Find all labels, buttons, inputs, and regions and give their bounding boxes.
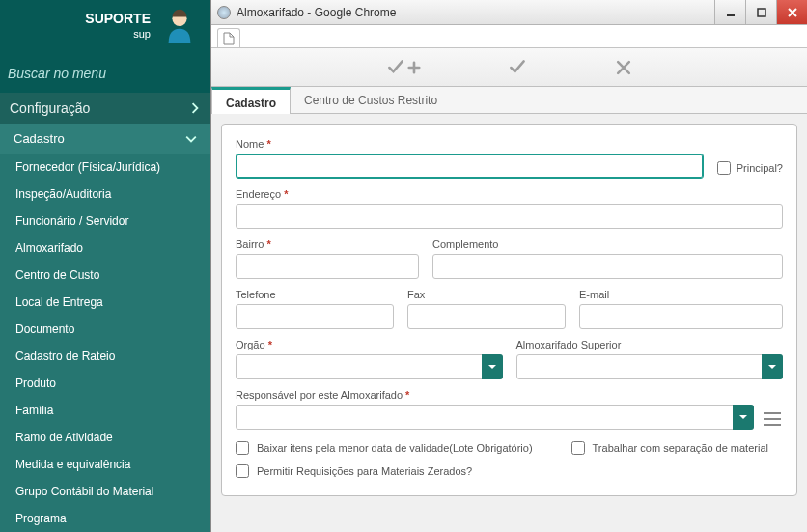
almox-superior-value[interactable] [516,354,784,379]
tab-cadastro[interactable]: Cadastro [211,87,291,114]
label-fax: Fax [407,289,566,300]
label-complemento: Complemento [432,238,783,250]
cancel-button[interactable] [614,58,633,77]
almox-superior-select[interactable] [516,354,784,379]
window-minimize-button[interactable] [714,0,745,24]
chk-baixar-wrap: Baixar itens pela menor data de validade… [236,441,533,455]
responsavel-select[interactable] [236,405,754,430]
label-almox-superior: Almoxarifado Superior [516,339,784,350]
sidebar-item-documento[interactable]: Documento [0,316,210,343]
chk-requisicoes-label: Permitir Requisições para Materiais Zera… [257,465,472,477]
sidebar-item-cadastro-rateio[interactable]: Cadastro de Rateio [0,343,210,370]
sidebar-item-ramo-atividade[interactable]: Ramo de Atividade [0,424,210,451]
bairro-input[interactable] [236,254,419,279]
chk-separacao[interactable] [571,441,585,455]
complemento-input[interactable] [432,254,783,279]
plus-icon [407,61,421,74]
orgao-select-value[interactable] [236,354,503,379]
tab-centro-custos-restrito[interactable]: Centro de Custos Restrito [291,87,451,113]
section-label: Configuração [10,100,90,116]
form-panel: Nome * Principal? Endereço * Bairro * [221,124,797,496]
label-nome: Nome * [236,138,704,150]
label-email: E-mail [579,289,783,300]
menu-items: Fornecedor (Física/Jurídica) Inspeção/Au… [0,154,210,532]
endereco-input[interactable] [236,204,783,229]
label-endereco: Endereço * [236,188,783,200]
sidebar-item-programa[interactable]: Programa [0,505,210,532]
user-block: SUPORTE sup [0,0,210,54]
sidebar-item-inspecao[interactable]: Inspeção/Auditoria [0,181,210,208]
check-icon [386,58,405,77]
telefone-input[interactable] [236,304,394,329]
sidebar-item-grupo-contabil[interactable]: Grupo Contábil do Material [0,478,210,505]
chk-requisicoes-wrap: Permitir Requisições para Materiais Zera… [236,464,472,478]
check-icon [508,58,527,77]
label-responsavel: Responsável por este Almoxarifado * [236,389,783,401]
chk-baixar-label: Baixar itens pela menor data de validade… [257,442,533,454]
sidebar-item-local-entrega[interactable]: Local de Entrega [0,289,210,316]
submenu-cadastro[interactable]: Cadastro [0,124,210,154]
principal-checkbox-wrap: Principal? [717,161,783,179]
chk-separacao-wrap: Trabalhar com separação de material [571,441,768,455]
chrome-icon [217,6,231,19]
label-principal: Principal? [737,162,783,174]
sidebar-item-medida[interactable]: Medida e equivalência [0,451,210,478]
user-name: SUPORTE [85,10,151,27]
responsavel-value[interactable] [236,405,754,430]
responsavel-list-button[interactable] [762,408,783,430]
chk-requisicoes[interactable] [236,464,249,478]
sidebar-item-fornecedor[interactable]: Fornecedor (Física/Jurídica) [0,154,210,181]
label-telefone: Telefone [236,289,394,300]
search-input[interactable]: Buscar no menu [8,66,106,81]
search-block: Buscar no menu [0,54,210,93]
window-close-button[interactable] [776,0,807,24]
chevron-down-icon [762,354,783,379]
chevron-down-icon [185,133,197,145]
email-input[interactable] [579,304,783,329]
nome-input[interactable] [236,154,704,179]
inner-tabs: Cadastro Centro de Custos Restrito [211,87,807,114]
save-and-new-button[interactable] [386,58,421,77]
sidebar-item-almoxarifado[interactable]: Almoxarifado [0,235,210,262]
avatar[interactable] [160,6,199,44]
main-panel: Almoxarifado - Google Chrome Cadastro Ce… [210,0,807,532]
form-wrap: Nome * Principal? Endereço * Bairro * [211,114,807,532]
sidebar: SUPORTE sup Buscar no menu Configuração … [0,0,210,532]
svg-rect-2 [758,9,765,16]
fax-input[interactable] [407,304,566,329]
sidebar-item-produto[interactable]: Produto [0,370,210,397]
principal-checkbox[interactable] [717,161,731,175]
label-orgao: Orgão * [236,339,503,350]
chk-baixar[interactable] [236,441,249,455]
user-sub: sup [85,27,151,41]
label-bairro: Bairro * [236,238,419,250]
toolbar [211,48,807,87]
sidebar-item-funcionario[interactable]: Funcionário / Servidor [0,208,210,235]
orgao-select[interactable] [236,354,503,379]
sidebar-item-familia[interactable]: Família [0,397,210,424]
doc-tab[interactable] [217,28,240,47]
user-text: SUPORTE sup [85,10,151,41]
sidebar-item-centro-custo[interactable]: Centro de Custo [0,262,210,289]
window-titlebar: Almoxarifado - Google Chrome [211,0,807,25]
chevron-down-icon [733,405,754,430]
section-configuracao[interactable]: Configuração [0,93,210,124]
window-title: Almoxarifado - Google Chrome [237,6,714,19]
close-icon [614,58,633,77]
doc-tabbar [211,25,807,48]
chevron-down-icon [482,354,503,379]
save-button[interactable] [508,58,527,77]
chk-separacao-label: Trabalhar com separação de material [593,442,768,454]
window-maximize-button[interactable] [745,0,776,24]
submenu-label: Cadastro [14,131,65,146]
chevron-right-icon [189,102,201,114]
document-icon [223,32,235,45]
